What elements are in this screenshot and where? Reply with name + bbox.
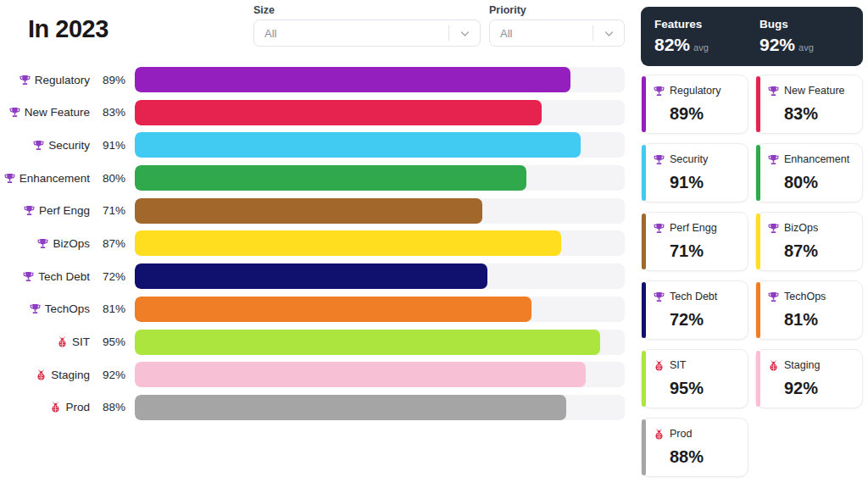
card-value: 71%: [670, 241, 743, 261]
bug-icon: [36, 369, 47, 380]
category-label: Enhancement: [19, 172, 90, 185]
chevron-down-icon[interactable]: [593, 28, 624, 39]
category-card[interactable]: Perf Engg 71%: [641, 212, 748, 271]
card-stripe: [756, 214, 760, 269]
category-card[interactable]: BizOps 87%: [755, 212, 863, 271]
row-label: BizOps 87%: [12, 237, 125, 250]
category-card[interactable]: SIT 95%: [641, 349, 748, 408]
card-stripe: [642, 145, 646, 201]
category-label: Security: [48, 139, 90, 152]
bar-fill[interactable]: [135, 198, 482, 224]
trophy-icon: [9, 107, 20, 118]
category-label: New Feature: [25, 106, 90, 119]
card-header: SIT: [654, 359, 743, 371]
card-header: Tech Debt: [654, 291, 743, 302]
category-card[interactable]: Tech Debt 72%: [641, 280, 748, 340]
summary-panel: Features 82%avg Bugs 92%avg: [641, 7, 863, 66]
category-card[interactable]: Enhancement 80%: [755, 143, 863, 202]
trophy-icon: [30, 303, 41, 314]
card-stripe: [756, 282, 760, 338]
trophy-icon: [4, 173, 15, 184]
category-value: 72%: [97, 270, 125, 283]
priority-filter-dropdown[interactable]: All: [489, 19, 625, 47]
bugs-avg-unit: avg: [798, 42, 814, 53]
bar-fill[interactable]: [135, 230, 561, 256]
priority-filter-label: Priority: [489, 4, 625, 16]
row-label: Perf Engg 71%: [12, 204, 125, 217]
card-value: 80%: [784, 173, 857, 192]
size-filter-label: Size: [253, 4, 481, 16]
card-value: 81%: [784, 310, 857, 330]
card-label: Enhancement: [784, 153, 849, 165]
bar-track[interactable]: [135, 165, 625, 191]
bar-track[interactable]: [135, 362, 625, 387]
card-stripe: [756, 145, 760, 201]
bar-track[interactable]: [135, 132, 625, 158]
card-stripe: [642, 214, 646, 269]
trophy-icon: [654, 223, 665, 234]
row-label: Staging 92%: [12, 369, 125, 381]
bugs-summary-label: Bugs: [760, 18, 814, 30]
bar-fill[interactable]: [135, 395, 566, 420]
bar-fill[interactable]: [135, 165, 526, 191]
category-card[interactable]: New Feature 83%: [755, 75, 863, 134]
card-label: Perf Engg: [670, 222, 717, 234]
card-header: BizOps: [768, 222, 857, 234]
bar-fill[interactable]: [135, 100, 542, 125]
category-card[interactable]: Prod 88%: [641, 418, 748, 477]
bar-track[interactable]: [135, 330, 625, 355]
bar-track[interactable]: [135, 198, 625, 224]
features-summary-value: 82%avg: [654, 35, 760, 55]
chart-row: TechOps 81%: [12, 297, 625, 322]
features-summary: Features 82%avg: [654, 18, 760, 66]
category-card[interactable]: Security 91%: [641, 143, 748, 202]
bar-chart: Regulatory 89%: [12, 67, 625, 428]
row-label: New Feature 83%: [12, 106, 125, 119]
chart-row: Perf Engg 71%: [12, 198, 625, 224]
bar-track[interactable]: [135, 67, 625, 92]
card-stripe: [642, 351, 646, 407]
card-label: Tech Debt: [670, 291, 717, 302]
category-card[interactable]: Regulatory 89%: [641, 75, 748, 134]
card-value: 83%: [784, 104, 857, 124]
bar-track[interactable]: [135, 297, 625, 322]
bar-fill[interactable]: [135, 263, 487, 289]
row-label: Security 91%: [12, 139, 125, 152]
trophy-icon: [654, 154, 665, 165]
features-avg-unit: avg: [693, 42, 709, 53]
card-value: 91%: [670, 173, 743, 192]
category-value: 91%: [97, 139, 125, 152]
features-avg: 82%: [654, 35, 690, 54]
bar-track[interactable]: [135, 230, 625, 256]
page-title: In 2023: [28, 15, 108, 43]
bug-icon: [57, 336, 68, 347]
card-stripe: [756, 76, 760, 132]
bar-track[interactable]: [135, 395, 625, 420]
card-header: New Feature: [768, 85, 857, 97]
bug-icon: [50, 402, 61, 413]
size-filter-dropdown[interactable]: All: [253, 19, 481, 47]
bar-track[interactable]: [135, 100, 625, 125]
category-card[interactable]: TechOps 81%: [755, 280, 863, 340]
card-label: BizOps: [784, 222, 818, 234]
chart-row: Prod 88%: [12, 395, 625, 420]
card-stripe: [642, 419, 646, 475]
card-value: 95%: [670, 379, 743, 398]
size-filter-value: All: [254, 27, 448, 40]
category-card[interactable]: Staging 92%: [755, 349, 863, 408]
bar-fill[interactable]: [135, 132, 581, 158]
bar-fill[interactable]: [135, 362, 586, 387]
card-value: 88%: [670, 447, 743, 467]
trophy-icon: [768, 86, 779, 97]
bar-fill[interactable]: [135, 330, 600, 355]
card-header: Regulatory: [654, 85, 743, 97]
chevron-down-icon[interactable]: [449, 28, 480, 39]
card-stripe: [642, 76, 646, 132]
trophy-icon: [768, 154, 779, 165]
bar-track[interactable]: [135, 263, 625, 289]
bar-fill[interactable]: [135, 67, 570, 92]
chart-row: New Feature 83%: [12, 100, 625, 125]
bar-fill[interactable]: [135, 297, 531, 322]
dashboard: In 2023 Size All Priority All: [0, 0, 868, 488]
category-cards: Regulatory 89%: [641, 75, 863, 477]
